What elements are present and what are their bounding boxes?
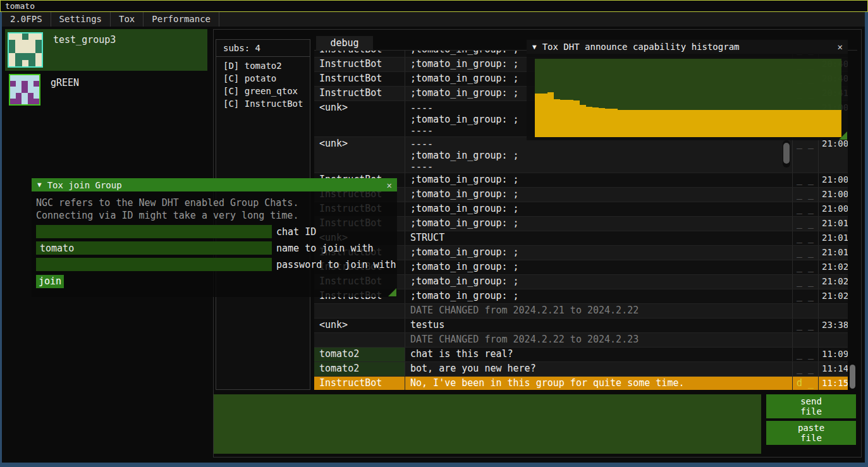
table-row[interactable]: InstructBotNo, I've been in this group f… [314, 377, 848, 390]
dht-histogram-titlebar[interactable]: ▼ Tox DHT announce capability histogram … [527, 40, 848, 54]
menu-item-settings[interactable]: Settings [51, 12, 111, 27]
send-file-button[interactable]: send file [766, 394, 856, 418]
histogram-bar [675, 110, 682, 137]
message-time: 21:01 [819, 246, 848, 260]
collapse-icon[interactable]: ▼ [532, 43, 537, 51]
table-row[interactable]: tomato2bot, are you new here?_ _11:14 [314, 362, 848, 377]
message-text: ;tomato_in_group: ; [405, 202, 793, 216]
join-group-titlebar[interactable]: ▼ Tox join Group ✕ [32, 178, 397, 191]
histogram-bar [726, 110, 733, 137]
menu-item-performance[interactable]: Performance [144, 12, 219, 27]
tab-debug[interactable]: debug [316, 36, 373, 51]
message-flags: _ _ [793, 289, 819, 303]
join-group-body: NGC refers to the New DHT enabled Group … [32, 191, 397, 288]
resize-grip-icon[interactable] [388, 288, 396, 296]
dht-histogram-title: Tox DHT announce capability histogram [542, 42, 740, 52]
collapse-icon[interactable]: ▼ [37, 181, 42, 189]
message-time [819, 333, 848, 347]
histogram-bar [631, 110, 637, 137]
group-item-test_group3[interactable]: test_group3 [5, 29, 207, 71]
ngc-info-line-1: NGC refers to the New DHT enabled Group … [36, 197, 397, 209]
sender-name: InstructBot [314, 58, 405, 71]
chat-id-label: chat ID [276, 226, 316, 238]
message-time: 21:00 [819, 173, 848, 187]
histogram-bar [688, 110, 695, 137]
group-avatar-icon [9, 74, 40, 106]
subs-member[interactable]: [C] green_qtox [216, 85, 310, 97]
message-flags: _ _ [793, 217, 819, 231]
message-flags: _ _ [793, 173, 819, 187]
join-name-label: name to join with [276, 243, 374, 254]
message-text: DATE CHANGED from 2024.2.22 to 2024.2.23 [405, 333, 793, 347]
message-text: chat is this real? [405, 348, 793, 361]
close-icon[interactable]: ✕ [838, 42, 843, 52]
join-group-window: ▼ Tox join Group ✕ NGC refers to the New… [32, 178, 397, 297]
message-text: ;tomato_in_group: ; [405, 217, 793, 231]
histogram-bar [695, 110, 701, 137]
message-flags: _ _ [793, 137, 819, 173]
message-cell-scrollbar-thumb[interactable] [783, 143, 790, 164]
message-time: 21:02 [819, 260, 848, 274]
histogram-bar [586, 107, 592, 137]
histogram-bar [656, 110, 663, 137]
table-row[interactable]: DATE CHANGED from 2024.2.21 to 2024.2.22 [314, 304, 848, 318]
histogram-bar [573, 100, 580, 137]
histogram-bar [816, 110, 822, 137]
menu-item-2-0fps[interactable]: 2.0FPS [2, 12, 51, 27]
message-text: ---- ;tomato_in_group: ; ---- [405, 137, 793, 173]
table-row[interactable]: DATE CHANGED from 2024.2.22 to 2024.2.23 [314, 333, 848, 348]
message-time: 21:00 [819, 137, 848, 173]
chat-id-input[interactable] [36, 225, 272, 238]
histogram-bar [784, 110, 790, 137]
table-row[interactable]: <unk>---- ;tomato_in_group: ; ----_ _21:… [314, 137, 848, 173]
close-icon[interactable]: ✕ [387, 180, 392, 190]
group-item-green[interactable]: gREEN [5, 72, 207, 109]
join-name-input[interactable] [36, 241, 272, 255]
window-border-bottom [0, 463, 868, 467]
chat-scrollbar[interactable] [848, 51, 857, 390]
histogram-bar [637, 110, 644, 137]
histogram-bar [740, 110, 746, 137]
histogram-bar [829, 110, 835, 137]
chat-scrollbar-thumb[interactable] [850, 365, 855, 389]
message-text: ;tomato_in_group: ; [405, 173, 793, 187]
message-cell-scrollbar[interactable] [783, 140, 790, 167]
message-flags [793, 304, 819, 318]
histogram-plot [535, 59, 841, 137]
sender-name: tomato2 [314, 348, 405, 361]
message-text: bot, are you new here? [405, 362, 793, 376]
histogram-bar [611, 109, 618, 137]
subs-member-list: [D] tomato2[C] potato[C] green_qtox[C] I… [216, 59, 310, 110]
sender-name: InstructBot [314, 377, 405, 390]
histogram-bar [682, 110, 688, 137]
histogram-bar [822, 110, 829, 137]
sender-name: InstructBot [314, 87, 405, 100]
separator [216, 56, 310, 57]
histogram-bar [669, 110, 675, 137]
message-text: testus [405, 318, 793, 332]
message-flags: _ _ [793, 246, 819, 260]
resize-grip-icon[interactable] [839, 131, 847, 140]
join-password-input[interactable] [36, 258, 272, 271]
message-time: 21:00 [819, 202, 848, 216]
histogram-bar [580, 105, 586, 137]
sender-name [314, 304, 405, 318]
table-row[interactable]: <unk>testus_ _23:38 [314, 318, 848, 333]
window-titlebar[interactable]: tomato [0, 0, 868, 12]
histogram-bar [746, 110, 752, 137]
table-row[interactable]: tomato2chat is this real?_ _11:09 [314, 348, 848, 362]
join-button[interactable]: join [36, 275, 64, 288]
histogram-bar [554, 99, 560, 137]
paste-file-button[interactable]: paste file [766, 421, 856, 445]
subs-member[interactable]: [C] potato [216, 72, 310, 85]
message-time: 11:09 [819, 348, 848, 361]
sender-name: InstructBot [314, 72, 405, 86]
window-border-right [865, 12, 868, 467]
subs-member[interactable]: [D] tomato2 [216, 59, 310, 72]
message-text: STRUCT [405, 231, 793, 245]
subs-member[interactable]: [C] InstructBot [216, 97, 310, 110]
menu-item-tox[interactable]: Tox [111, 12, 144, 27]
histogram-bar [797, 110, 803, 137]
message-text: ;tomato_in_group: ; [405, 289, 793, 303]
message-input[interactable] [214, 394, 761, 454]
